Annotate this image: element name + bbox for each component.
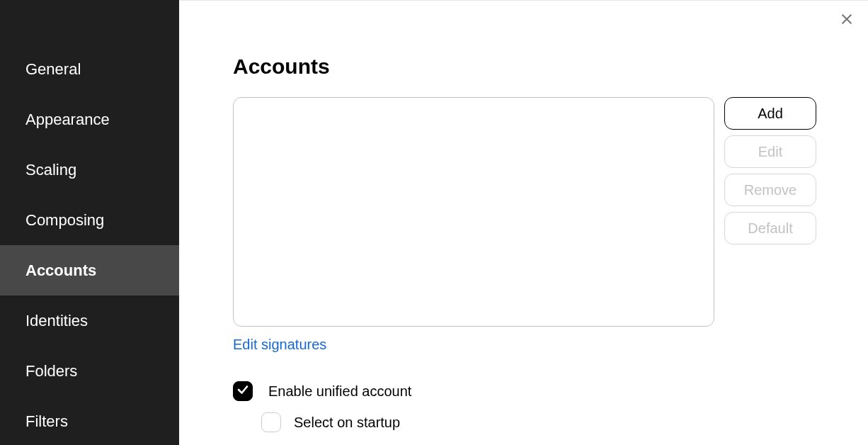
select-on-startup-row: Select on startup (261, 412, 818, 432)
accounts-row: Add Edit Remove Default (233, 97, 818, 327)
remove-button[interactable]: Remove (724, 174, 816, 206)
add-button[interactable]: Add (724, 97, 816, 130)
settings-sidebar: General Appearance Scaling Composing Acc… (0, 0, 179, 445)
edit-signatures-link[interactable]: Edit signatures (233, 337, 326, 353)
sidebar-item-filters[interactable]: Filters (0, 396, 179, 445)
enable-unified-checkbox[interactable] (233, 381, 253, 401)
select-on-startup-checkbox[interactable] (261, 412, 281, 432)
close-icon (840, 12, 854, 29)
enable-unified-label: Enable unified account (268, 383, 411, 400)
page-title: Accounts (233, 55, 818, 79)
check-icon (236, 383, 249, 399)
sidebar-item-general[interactable]: General (0, 44, 179, 94)
edit-button[interactable]: Edit (724, 135, 816, 168)
sidebar-item-label: Identities (25, 312, 88, 330)
sidebar-item-label: Filters (25, 412, 68, 431)
sidebar-item-identities[interactable]: Identities (0, 295, 179, 346)
sidebar-item-label: General (25, 60, 81, 79)
enable-unified-row: Enable unified account (233, 381, 818, 401)
sidebar-item-label: Folders (25, 362, 77, 381)
accounts-listbox[interactable] (233, 97, 714, 327)
settings-main: Accounts Add Edit Remove Default Edit si… (179, 0, 868, 445)
sidebar-item-composing[interactable]: Composing (0, 195, 179, 245)
sidebar-item-label: Accounts (25, 261, 96, 280)
sidebar-item-scaling[interactable]: Scaling (0, 145, 179, 195)
sidebar-item-appearance[interactable]: Appearance (0, 94, 179, 145)
sidebar-item-label: Appearance (25, 111, 110, 129)
close-button[interactable] (837, 11, 857, 30)
sidebar-item-folders[interactable]: Folders (0, 346, 179, 396)
sidebar-item-label: Composing (25, 211, 104, 230)
account-buttons-column: Add Edit Remove Default (724, 97, 816, 327)
default-button[interactable]: Default (724, 212, 816, 244)
select-on-startup-label: Select on startup (294, 415, 400, 431)
sidebar-item-accounts[interactable]: Accounts (0, 245, 179, 295)
sidebar-item-label: Scaling (25, 161, 76, 179)
